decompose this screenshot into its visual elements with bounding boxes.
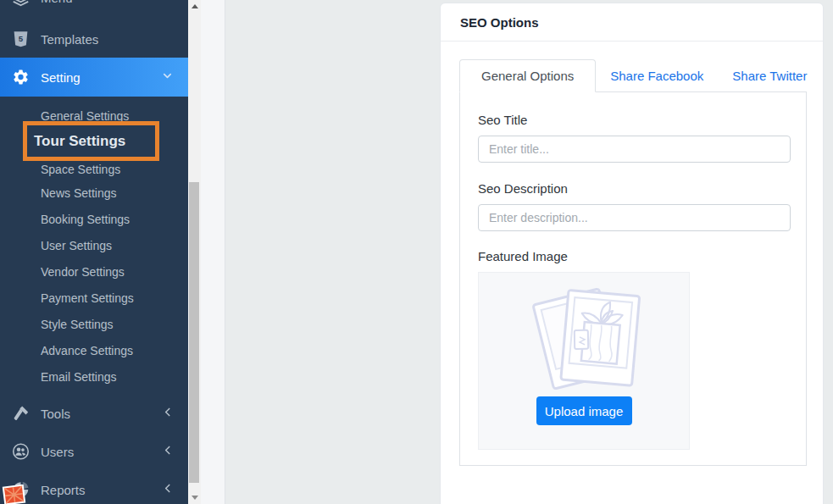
sidebar-item-label: Tools — [41, 407, 70, 421]
featured-image-label: Featured Image — [478, 249, 789, 263]
sidebar-item-label: Templates — [41, 32, 98, 47]
tab-bar: General Options Share Facebook Share Twi… — [459, 59, 806, 91]
seo-title-label: Seo Title — [478, 113, 789, 127]
hammer-icon — [12, 404, 30, 423]
app-logo — [2, 485, 27, 504]
panel-header: SEO Options — [441, 3, 823, 42]
sidebar-item-vendor-settings[interactable]: Vendor Settings — [0, 260, 188, 284]
gear-icon — [12, 68, 30, 86]
tab-general-options[interactable]: General Options — [459, 59, 596, 92]
sidebar-item-label: Users — [41, 445, 74, 459]
sidebar-item-label: Reports — [41, 483, 86, 497]
html5-icon: 5 — [12, 30, 30, 48]
sidebar-scrollbar — [188, 0, 201, 504]
chevron-left-icon — [162, 445, 174, 459]
users-icon — [12, 442, 30, 461]
sidebar-item-users[interactable]: Users — [0, 433, 188, 470]
sidebar-item-label: Setting — [41, 70, 81, 85]
scroll-down-button[interactable] — [188, 491, 201, 504]
sidebar-item-label: Menu — [41, 0, 73, 5]
svg-text:5: 5 — [19, 34, 24, 43]
chevron-left-icon — [162, 407, 174, 421]
scrollbar-thumb[interactable] — [189, 182, 199, 483]
panel-title: SEO Options — [460, 15, 539, 30]
scroll-up-button[interactable] — [188, 0, 201, 13]
image-placeholder-illustration — [520, 283, 647, 393]
layers-icon — [12, 0, 30, 7]
app-window: Menu 5 Templates Setting General Sett — [0, 0, 833, 504]
sidebar-item-tools[interactable]: Tools — [0, 395, 188, 432]
seo-title-input[interactable] — [478, 136, 791, 163]
chevron-left-icon — [162, 483, 174, 497]
seo-description-input[interactable] — [478, 204, 791, 231]
sidebar-item-space-settings[interactable]: Space Settings — [0, 158, 188, 181]
seo-options-panel: SEO Options General Options Share Facebo… — [440, 3, 824, 504]
upload-image-button[interactable]: Upload image — [536, 396, 632, 425]
sidebar-item-booking-settings[interactable]: Booking Settings — [0, 208, 188, 231]
tab-share-facebook[interactable]: Share Facebook — [596, 60, 718, 91]
sidebar-item-news-settings[interactable]: News Settings — [0, 181, 188, 205]
sidebar-item-user-settings[interactable]: User Settings — [0, 234, 188, 258]
tour-settings-highlight-box: Tour Settings — [23, 121, 159, 161]
tab-share-twitter[interactable]: Share Twitter — [718, 60, 821, 91]
sidebar-item-setting[interactable]: Setting — [0, 58, 188, 97]
sidebar-item-email-settings[interactable]: Email Settings — [0, 365, 188, 389]
sidebar-item-advance-settings[interactable]: Advance Settings — [0, 339, 188, 363]
general-options-tab-content: Seo Title Seo Description Featured Image — [459, 91, 807, 466]
chevron-down-icon — [161, 69, 174, 85]
sidebar-item-reports[interactable]: Reports — [0, 471, 188, 504]
featured-image-dropzone: Upload image — [478, 272, 690, 450]
sidebar-item-style-settings[interactable]: Style Settings — [0, 313, 188, 336]
sidebar-item-templates[interactable]: 5 Templates — [0, 20, 188, 58]
sidebar-item-payment-settings[interactable]: Payment Settings — [0, 286, 188, 310]
sidebar: Menu 5 Templates Setting General Sett — [0, 0, 188, 504]
sidebar-item-tour-settings[interactable]: Tour Settings — [27, 133, 125, 150]
collapsed-panel-strip — [201, 0, 225, 504]
sidebar-item-menu[interactable]: Menu — [0, 0, 188, 16]
seo-description-label: Seo Description — [478, 181, 789, 196]
